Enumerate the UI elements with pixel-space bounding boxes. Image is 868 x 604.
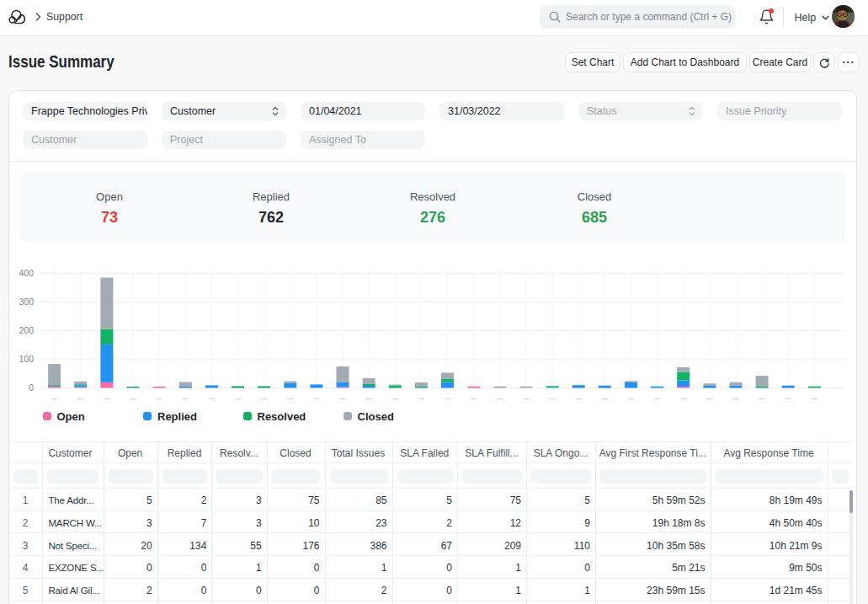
svg-text:...: ... [77, 393, 84, 401]
svg-text:...: ... [104, 393, 110, 401]
svg-text:...: ... [759, 393, 765, 401]
svg-text:...: ... [497, 393, 503, 401]
svg-text:...: ... [706, 393, 713, 401]
svg-text:...: ... [732, 393, 739, 401]
svg-text:...: ... [209, 393, 216, 401]
svg-text:...: ... [785, 393, 791, 401]
svg-text:...: ... [392, 393, 399, 401]
svg-text:...: ... [418, 393, 425, 401]
svg-text:...: ... [339, 393, 346, 401]
svg-text:400: 400 [19, 268, 34, 278]
svg-text:...: ... [261, 393, 268, 401]
svg-text:...: ... [235, 393, 242, 401]
svg-text:...: ... [812, 393, 818, 401]
svg-text:...: ... [549, 393, 556, 401]
svg-text:...: ... [313, 393, 320, 401]
svg-text:0: 0 [29, 382, 34, 393]
svg-text:...: ... [51, 393, 58, 401]
svg-text:...: ... [628, 393, 635, 401]
svg-text:...: ... [445, 393, 451, 401]
svg-text:...: ... [471, 393, 477, 401]
svg-text:...: ... [365, 393, 372, 401]
svg-text:...: ... [602, 393, 609, 401]
svg-text:...: ... [654, 393, 661, 401]
svg-text:...: ... [575, 393, 582, 401]
svg-text:...: ... [130, 393, 136, 401]
svg-text:100: 100 [19, 354, 34, 364]
svg-text:...: ... [182, 393, 189, 401]
svg-text:200: 200 [19, 325, 34, 335]
svg-text:300: 300 [19, 297, 34, 307]
svg-text:...: ... [680, 393, 687, 401]
svg-text:...: ... [523, 393, 530, 401]
svg-text:...: ... [287, 393, 294, 401]
svg-text:...: ... [156, 393, 162, 401]
